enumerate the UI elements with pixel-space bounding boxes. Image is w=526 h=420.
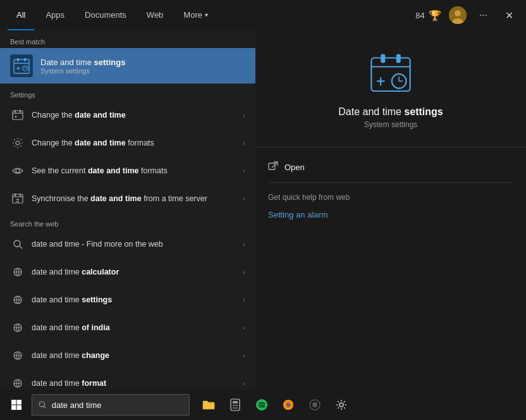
svg-rect-53 <box>203 403 214 409</box>
tab-web[interactable]: Web <box>138 0 173 30</box>
svg-rect-56 <box>233 405 234 406</box>
best-match-label: Best match <box>0 30 255 48</box>
badge-number: 84 <box>415 11 424 20</box>
svg-rect-61 <box>236 407 238 409</box>
calculator-icon <box>229 398 241 411</box>
svg-rect-58 <box>236 405 238 406</box>
web-item-settings[interactable]: date and time settings › <box>0 286 255 314</box>
svg-line-25 <box>20 246 22 249</box>
nav-bar: All Apps Documents Web More ▾ 84 🏆 ··· ✕ <box>0 0 526 30</box>
spotify-button[interactable] <box>249 391 274 419</box>
tab-more-label: More <box>183 10 202 20</box>
svg-rect-38 <box>381 54 385 63</box>
tab-documents[interactable]: Documents <box>76 0 135 30</box>
open-label: Open <box>284 163 305 172</box>
chevron-right-icon: › <box>243 240 245 248</box>
web-item-format[interactable]: date and time format › <box>0 369 255 390</box>
more-options-button[interactable]: ··· <box>474 7 492 23</box>
folder-icon <box>202 398 216 411</box>
chevron-right-icon: › <box>243 296 245 304</box>
web-item-india[interactable]: date and time of india › <box>0 314 255 342</box>
settings-button[interactable] <box>329 391 354 419</box>
svg-rect-5 <box>17 58 19 61</box>
svg-rect-59 <box>233 407 234 409</box>
svg-rect-23 <box>20 194 21 196</box>
web-item-4-text: date and time change <box>32 350 236 361</box>
list-item-sync[interactable]: Synchronise the date and time from a tim… <box>0 185 255 213</box>
hero-calendar-icon <box>369 51 413 96</box>
open-icon <box>268 161 278 173</box>
chevron-right-icon: › <box>243 167 245 175</box>
svg-rect-39 <box>396 54 401 63</box>
search-input[interactable] <box>52 400 183 410</box>
file-explorer-button[interactable] <box>196 391 221 419</box>
chevron-right-icon: › <box>243 268 245 276</box>
quick-help-title: Get quick help from web <box>268 193 513 202</box>
web-search-icon5 <box>10 376 25 390</box>
main-content: Best match Date and time settings <box>0 30 526 390</box>
tab-apps[interactable]: Apps <box>37 0 73 30</box>
web-item-change[interactable]: date and time change › <box>0 342 255 369</box>
right-panel: Date and time settings System settings O… <box>255 30 526 390</box>
right-hero: Date and time settings System settings <box>255 30 526 142</box>
taskbar-icons <box>196 391 354 419</box>
svg-rect-15 <box>20 110 21 113</box>
list-item-change-datetime[interactable]: Change the date and time › <box>0 101 255 129</box>
web-search-icon2 <box>10 292 25 307</box>
calendar-icon <box>10 54 33 77</box>
web-item-3-text: date and time of india <box>32 323 236 333</box>
trophy-icon: 🏆 <box>429 9 441 22</box>
chevron-down-icon: ▾ <box>205 11 208 18</box>
avatar-image <box>449 6 467 24</box>
firefox-button[interactable] <box>276 391 301 419</box>
web-item-calculator[interactable]: date and time calculator › <box>0 258 255 286</box>
item-change-formats-text: Change the date and time formats <box>32 138 236 148</box>
best-match-subtitle: System settings <box>40 67 245 75</box>
svg-point-18 <box>16 141 20 145</box>
gear-icon <box>335 398 348 411</box>
svg-rect-60 <box>235 407 236 409</box>
svg-point-19 <box>16 169 20 173</box>
eye-icon <box>10 163 25 178</box>
search-bar[interactable] <box>32 394 190 416</box>
cortana-icon <box>309 398 321 411</box>
avatar[interactable] <box>449 6 467 24</box>
svg-point-68 <box>339 403 343 407</box>
tab-more[interactable]: More ▾ <box>174 0 217 30</box>
web-item-find-more[interactable]: date and time - Find more on the web › <box>0 230 255 258</box>
tab-all[interactable]: All <box>8 0 34 30</box>
list-item-change-formats[interactable]: Change the date and time formats › <box>0 129 255 157</box>
svg-rect-47 <box>11 400 16 405</box>
search-icon <box>39 400 47 409</box>
spotify-icon <box>255 398 268 411</box>
cortana-button[interactable] <box>302 391 327 419</box>
quick-help-link[interactable]: Setting an alarm <box>268 208 513 221</box>
search-web-label: Search the web <box>0 213 255 230</box>
svg-rect-48 <box>17 400 22 405</box>
firefox-icon <box>282 398 295 411</box>
start-button[interactable] <box>3 391 30 419</box>
svg-rect-57 <box>235 405 236 406</box>
svg-rect-14 <box>15 110 16 113</box>
svg-rect-22 <box>15 194 16 196</box>
hero-icon-container <box>365 48 416 99</box>
web-search-icon3 <box>10 320 25 335</box>
item-see-formats-text: See the current date and time formats <box>32 166 236 176</box>
left-panel: Best match Date and time settings <box>0 30 255 390</box>
chevron-right-icon: › <box>243 380 245 387</box>
best-match-item[interactable]: Date and time settings System settings <box>0 48 255 83</box>
best-match-text: Date and time settings System settings <box>40 58 245 75</box>
svg-rect-49 <box>11 405 16 411</box>
close-button[interactable]: ✕ <box>500 7 518 24</box>
svg-rect-45 <box>269 163 275 170</box>
settings-icon <box>10 135 25 151</box>
chevron-right-icon: › <box>243 324 245 331</box>
settings-label: Settings <box>0 83 255 101</box>
web-search-icon <box>10 264 25 280</box>
open-button[interactable]: Open <box>255 152 526 182</box>
svg-rect-12 <box>13 111 23 120</box>
calculator-button[interactable] <box>223 391 248 419</box>
web-item-2-text: date and time settings <box>32 295 236 305</box>
list-item-see-formats[interactable]: See the current date and time formats › <box>0 157 255 185</box>
web-search-icon4 <box>10 348 25 363</box>
